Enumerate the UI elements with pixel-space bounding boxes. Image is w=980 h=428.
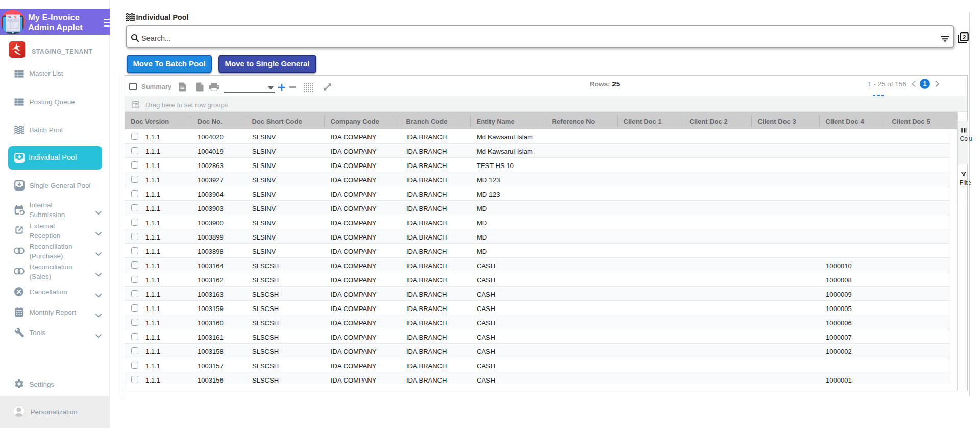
- svg-text:2: 2: [962, 34, 965, 40]
- svg-text:$: $: [14, 15, 16, 19]
